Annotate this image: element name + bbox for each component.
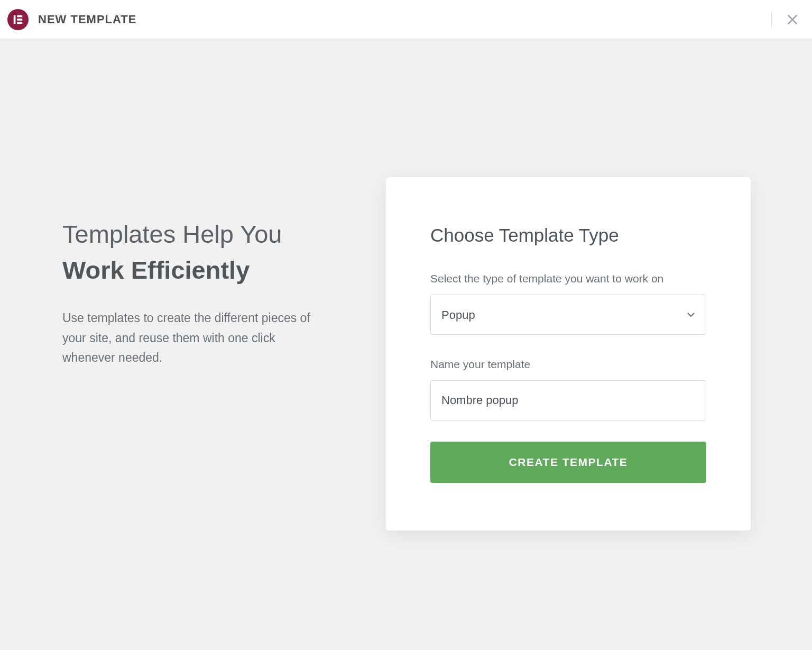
template-type-select-wrap: Popup	[430, 295, 706, 335]
info-heading-line1: Templates Help You	[62, 220, 282, 248]
svg-rect-0	[14, 15, 16, 24]
info-description: Use templates to create the different pi…	[62, 308, 311, 368]
info-heading: Templates Help You Work Efficiently	[62, 216, 374, 288]
close-button[interactable]	[783, 11, 801, 29]
form-card: Choose Template Type Select the type of …	[386, 177, 751, 530]
header-divider	[771, 12, 772, 28]
modal-header: NEW TEMPLATE	[0, 0, 812, 39]
info-heading-line2: Work Efficiently	[62, 256, 250, 284]
close-icon	[786, 13, 799, 26]
svg-rect-2	[17, 19, 22, 21]
form-title: Choose Template Type	[430, 225, 706, 246]
elementor-logo-icon	[7, 9, 29, 30]
template-name-label: Name your template	[430, 358, 706, 371]
svg-rect-1	[17, 15, 22, 17]
template-type-select[interactable]: Popup	[430, 295, 706, 335]
create-template-button[interactable]: CREATE TEMPLATE	[430, 442, 706, 483]
header-left: NEW TEMPLATE	[7, 9, 136, 30]
modal-body: Templates Help You Work Efficiently Use …	[0, 39, 812, 650]
template-name-input[interactable]	[430, 380, 706, 420]
info-panel: Templates Help You Work Efficiently Use …	[0, 216, 406, 368]
svg-rect-3	[17, 22, 22, 24]
header-right	[771, 0, 801, 39]
template-type-label: Select the type of template you want to …	[430, 272, 706, 285]
modal-title: NEW TEMPLATE	[38, 13, 136, 26]
